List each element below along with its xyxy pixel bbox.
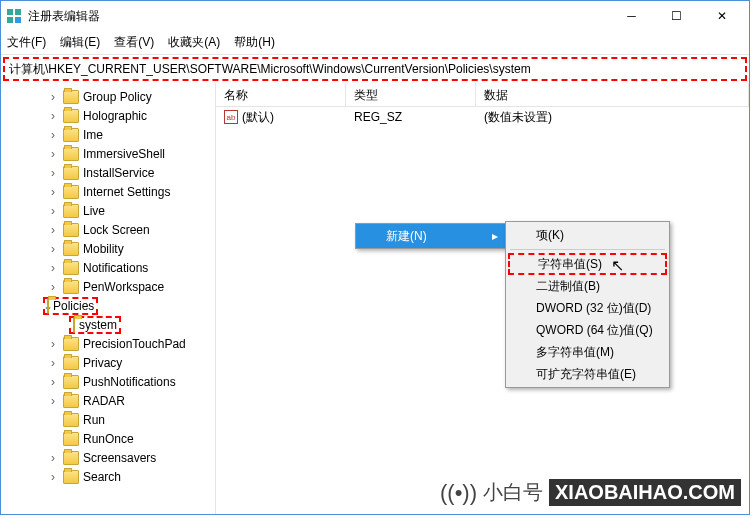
value-name: (默认)	[242, 109, 274, 126]
col-header-data[interactable]: 数据	[476, 83, 749, 106]
menubar: 文件(F) 编辑(E) 查看(V) 收藏夹(A) 帮助(H)	[1, 31, 749, 55]
ctx-dword-value[interactable]: DWORD (32 位)值(D)	[508, 297, 667, 319]
app-icon	[6, 8, 22, 24]
ctx-qword-value[interactable]: QWORD (64 位)值(Q)	[508, 319, 667, 341]
ctx-string-value[interactable]: 字符串值(S)	[508, 253, 667, 275]
menu-edit[interactable]: 编辑(E)	[60, 34, 100, 51]
folder-icon	[63, 90, 79, 104]
col-header-name[interactable]: 名称	[216, 83, 346, 106]
brand-watermark: ((•)) 小白号 XIAOBAIHAO.COM	[440, 479, 741, 506]
tree-item[interactable]: ›Ime	[1, 125, 215, 144]
folder-icon	[63, 147, 79, 161]
folder-icon	[63, 394, 79, 408]
folder-icon	[63, 261, 79, 275]
folder-icon	[63, 166, 79, 180]
context-menu-new: 项(K) 字符串值(S) 二进制值(B) DWORD (32 位)值(D) QW…	[505, 221, 670, 388]
tree-item[interactable]: ›RADAR	[1, 391, 215, 410]
folder-icon	[63, 470, 79, 484]
tree-item-policies[interactable]: ⌄Policies	[1, 296, 215, 315]
address-bar[interactable]: 计算机\HKEY_CURRENT_USER\SOFTWARE\Microsoft…	[3, 57, 747, 81]
titlebar: 注册表编辑器 ─ ☐ ✕	[1, 1, 749, 31]
cursor-icon: ↖	[611, 256, 624, 275]
tree-item[interactable]: ›ImmersiveShell	[1, 144, 215, 163]
col-header-type[interactable]: 类型	[346, 83, 476, 106]
folder-icon	[73, 317, 75, 333]
folder-icon	[63, 432, 79, 446]
tree-item[interactable]: ›Search	[1, 467, 215, 486]
tree-item[interactable]: ›PenWorkspace	[1, 277, 215, 296]
folder-icon	[63, 280, 79, 294]
tree-item[interactable]: ›Notifications	[1, 258, 215, 277]
menu-view[interactable]: 查看(V)	[114, 34, 154, 51]
ctx-multistring-value[interactable]: 多字符串值(M)	[508, 341, 667, 363]
tree-item[interactable]: RunOnce	[1, 429, 215, 448]
menu-help[interactable]: 帮助(H)	[234, 34, 275, 51]
folder-icon	[47, 298, 49, 314]
folder-icon	[63, 204, 79, 218]
separator	[510, 249, 665, 250]
folder-icon	[63, 375, 79, 389]
value-row[interactable]: ab(默认) REG_SZ (数值未设置)	[216, 107, 749, 127]
brand-url: XIAOBAIHAO.COM	[549, 479, 741, 506]
tree-item[interactable]: ›Group Policy	[1, 87, 215, 106]
tree-item-system[interactable]: system	[1, 315, 215, 334]
menu-file[interactable]: 文件(F)	[7, 34, 46, 51]
tree-item[interactable]: ›PushNotifications	[1, 372, 215, 391]
ctx-key[interactable]: 项(K)	[508, 224, 667, 246]
tree-item[interactable]: ›Privacy	[1, 353, 215, 372]
tree-item[interactable]: ›Screensavers	[1, 448, 215, 467]
tree-item[interactable]: ›Lock Screen	[1, 220, 215, 239]
folder-icon	[63, 356, 79, 370]
folder-icon	[63, 109, 79, 123]
folder-icon	[63, 223, 79, 237]
tree-item[interactable]: ›Internet Settings	[1, 182, 215, 201]
svg-rect-1	[15, 9, 21, 15]
tree-item[interactable]: ›Holographic	[1, 106, 215, 125]
column-headers: 名称 类型 数据	[216, 83, 749, 107]
folder-icon	[63, 451, 79, 465]
window-controls: ─ ☐ ✕	[609, 2, 744, 31]
svg-rect-0	[7, 9, 13, 15]
tree-panel: ›Group Policy ›Holographic ›Ime ›Immersi…	[1, 83, 216, 514]
folder-icon	[63, 128, 79, 142]
folder-icon	[63, 242, 79, 256]
ctx-new[interactable]: 新建(N)	[356, 224, 506, 248]
context-menu-primary: 新建(N)	[355, 223, 507, 249]
tree-item[interactable]: ›Mobility	[1, 239, 215, 258]
tree-item[interactable]: ›Live	[1, 201, 215, 220]
ctx-expandstring-value[interactable]: 可扩充字符串值(E)	[508, 363, 667, 385]
string-icon: ab	[224, 110, 238, 124]
maximize-button[interactable]: ☐	[654, 2, 699, 31]
window-title: 注册表编辑器	[28, 8, 609, 25]
folder-icon	[63, 337, 79, 351]
brand-name: 小白号	[483, 479, 543, 506]
minimize-button[interactable]: ─	[609, 2, 654, 31]
tree-item[interactable]: ›InstallService	[1, 163, 215, 182]
menu-favorites[interactable]: 收藏夹(A)	[168, 34, 220, 51]
ctx-binary-value[interactable]: 二进制值(B)	[508, 275, 667, 297]
svg-rect-2	[7, 17, 13, 23]
svg-rect-3	[15, 17, 21, 23]
tree-item[interactable]: ›PrecisionTouchPad	[1, 334, 215, 353]
value-type: REG_SZ	[346, 110, 476, 124]
folder-icon	[63, 413, 79, 427]
address-text: 计算机\HKEY_CURRENT_USER\SOFTWARE\Microsoft…	[9, 61, 531, 78]
folder-icon	[63, 185, 79, 199]
value-data: (数值未设置)	[476, 109, 749, 126]
brand-logo-icon: ((•))	[440, 480, 477, 506]
tree-item[interactable]: Run	[1, 410, 215, 429]
close-button[interactable]: ✕	[699, 2, 744, 31]
